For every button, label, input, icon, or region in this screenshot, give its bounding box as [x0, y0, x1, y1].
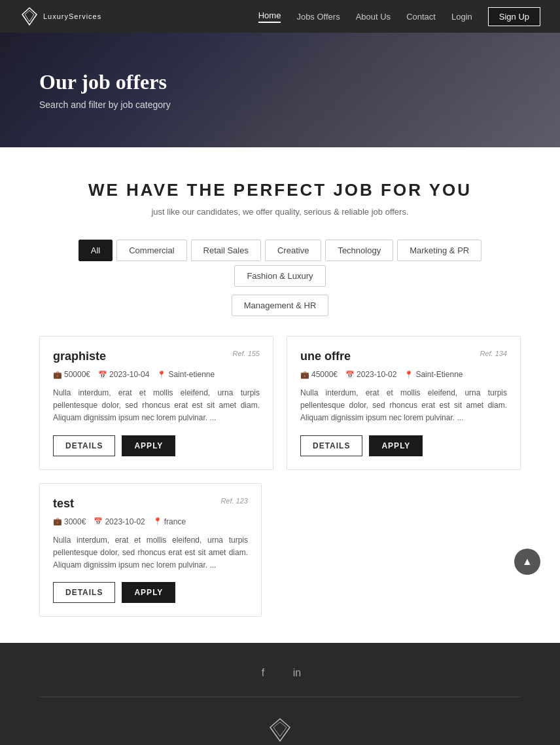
footer-top: f in LuxuryServices © 2019 All right res…	[0, 643, 560, 745]
job-salary-1: 45000€	[300, 370, 338, 379]
filter-marketing[interactable]: Marketing & PR	[397, 240, 481, 261]
card-meta-2: 3000€ 2023-10-02 france	[53, 517, 248, 526]
details-button-1[interactable]: DETAILS	[300, 435, 362, 456]
salary-icon-1	[300, 371, 309, 379]
job-date-2: 2023-10-02	[94, 517, 145, 526]
signup-button[interactable]: Sign Up	[488, 7, 540, 26]
job-location-0: Saint-etienne	[157, 370, 215, 379]
filter-tabs-row2: Management & HR	[39, 295, 521, 316]
footer-logo-area: LuxuryServices	[39, 717, 521, 745]
card-meta-0: 50000€ 2023-10-04 Saint-etienne	[53, 370, 260, 379]
job-ref-1: Ref. 134	[480, 350, 507, 357]
nav-home[interactable]: Home	[258, 10, 281, 23]
job-location-2: france	[153, 517, 186, 526]
filter-management[interactable]: Management & HR	[232, 295, 329, 316]
apply-button-2[interactable]: APPLY	[122, 582, 175, 603]
job-cards-grid: graphiste Ref. 155 50000€ 2023-10-04 Sai…	[39, 336, 521, 470]
loc-icon-1	[404, 371, 413, 379]
nav-contact[interactable]: Contact	[406, 12, 436, 22]
filter-creative[interactable]: Creative	[265, 240, 321, 261]
job-desc-0: Nulla interdum, erat et mollis eleifend,…	[53, 387, 260, 425]
job-date-1: 2023-10-02	[345, 370, 396, 379]
job-salary-2: 3000€	[53, 517, 86, 526]
footer-social: f in	[39, 663, 521, 683]
card-header-2: test Ref. 123	[53, 497, 248, 511]
apply-button-0[interactable]: APPLY	[122, 435, 175, 456]
filter-fashion[interactable]: Fashion & Luxury	[234, 265, 325, 287]
date-icon-2	[94, 517, 103, 526]
job-salary-0: 50000€	[53, 370, 90, 379]
filter-all[interactable]: All	[79, 240, 113, 261]
job-desc-1: Nulla interdum, erat et mollis eleifend,…	[300, 387, 507, 425]
filter-tabs: All Commercial Retail Sales Creative Tec…	[39, 240, 521, 287]
section-title: WE HAVE THE PERFECT JOB FOR YOU	[39, 180, 521, 200]
section-subtitle: just like our candidates, we offer quali…	[39, 207, 521, 217]
job-title-1: une offre	[300, 350, 351, 363]
filter-technology[interactable]: Technology	[325, 240, 393, 261]
nav-jobs-offers[interactable]: Jobs Offers	[296, 12, 340, 22]
job-location-1: Saint-Etienne	[404, 370, 463, 379]
job-desc-2: Nulla interdum, erat et mollis eleifend,…	[53, 534, 248, 572]
job-title-2: test	[53, 497, 74, 511]
job-date-0: 2023-10-04	[98, 370, 149, 379]
loc-icon-0	[157, 371, 166, 379]
card-actions-2: DETAILS APPLY	[53, 582, 248, 603]
nav-login[interactable]: Login	[451, 12, 472, 22]
filter-commercial[interactable]: Commercial	[116, 240, 186, 261]
card-actions-0: DETAILS APPLY	[53, 435, 260, 456]
facebook-icon[interactable]: f	[253, 663, 273, 683]
apply-button-1[interactable]: APPLY	[369, 435, 423, 456]
details-button-2[interactable]: DETAILS	[53, 582, 115, 603]
logo-icon	[20, 7, 39, 26]
card-meta-1: 45000€ 2023-10-02 Saint-Etienne	[300, 370, 507, 379]
job-card-2: test Ref. 123 3000€ 2023-10-02 france Nu…	[39, 483, 262, 617]
brand-logo[interactable]: LuxuryServices	[20, 7, 101, 26]
chevron-up-icon: ▲	[522, 556, 533, 568]
job-title-0: graphiste	[53, 350, 106, 363]
job-ref-2: Ref. 123	[220, 497, 248, 505]
details-button-0[interactable]: DETAILS	[53, 435, 115, 456]
footer-logo-icon	[267, 717, 293, 743]
hero-content: Our job offers Search and filter by job …	[39, 70, 171, 110]
job-card-1: une offre Ref. 134 45000€ 2023-10-02 Sai…	[287, 336, 521, 470]
footer-divider	[39, 697, 521, 697]
brand-name: LuxuryServices	[43, 12, 101, 20]
scroll-to-top-button[interactable]: ▲	[514, 549, 540, 575]
card-actions-1: DETAILS APPLY	[300, 435, 507, 456]
date-icon-1	[345, 371, 355, 379]
card-header-0: graphiste Ref. 155	[53, 350, 260, 363]
salary-icon-2	[53, 517, 62, 526]
filter-retail[interactable]: Retail Sales	[191, 240, 261, 261]
nav-links: Home Jobs Offers About Us Contact Login …	[258, 7, 540, 26]
nav-about[interactable]: About Us	[356, 12, 391, 22]
date-icon-0	[98, 371, 107, 379]
card-header-1: une offre Ref. 134	[300, 350, 507, 363]
job-card-0: graphiste Ref. 155 50000€ 2023-10-04 Sai…	[39, 336, 273, 470]
salary-icon-0	[53, 371, 62, 379]
navbar: LuxuryServices Home Jobs Offers About Us…	[0, 0, 560, 33]
hero-subtitle: Search and filter by job category	[39, 100, 171, 110]
loc-icon-2	[153, 517, 162, 526]
hero-title: Our job offers	[39, 70, 171, 94]
main-section: WE HAVE THE PERFECT JOB FOR YOU just lik…	[0, 147, 560, 643]
linkedin-icon[interactable]: in	[287, 663, 307, 683]
job-ref-0: Ref. 155	[232, 350, 260, 357]
hero-section: Our job offers Search and filter by job …	[0, 33, 560, 147]
